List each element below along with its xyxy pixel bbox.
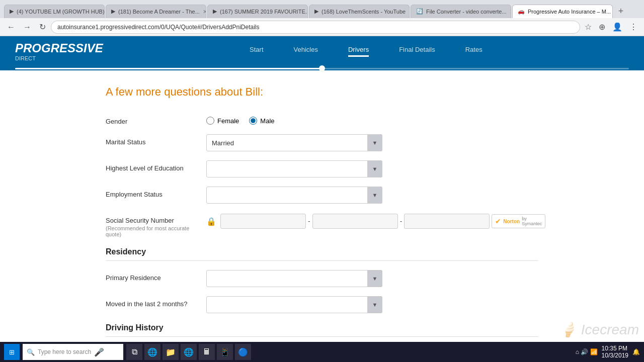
primary-residence-label: Primary Residence	[106, 270, 206, 282]
page-title: A few more questions about Bill:	[106, 85, 538, 99]
ssn-sublabel: (Recommended for most accurate quote)	[106, 225, 206, 237]
tab-favicon-2: ▶	[111, 8, 115, 15]
address-bar[interactable]	[51, 21, 580, 34]
tab-favicon-5: 🔄	[416, 8, 423, 15]
education-row: Highest Level of Education ▼	[106, 160, 538, 177]
tab-title-6: Progressive Auto Insurance – M...	[528, 9, 611, 15]
marital-status-control: Married Single Divorced Widowed Separate…	[206, 134, 382, 151]
norton-text: Norton	[503, 219, 520, 224]
marital-status-select[interactable]: Married Single Divorced Widowed Separate…	[206, 134, 382, 151]
gender-male-label[interactable]: Male	[249, 117, 274, 125]
nav-rates[interactable]: Rates	[465, 46, 482, 57]
employment-label: Employment Status	[106, 187, 206, 198]
driving-history-section-header: Driving History	[106, 323, 538, 337]
tab-close-5[interactable]: ✕	[510, 9, 511, 15]
site-logo: PROGRESSIVE DIRECT	[15, 41, 103, 61]
ssn-group: 🔒 - - ✔ Norton by Symantec	[206, 213, 382, 229]
education-select[interactable]	[206, 160, 382, 177]
ssn-part3[interactable]	[404, 214, 490, 229]
gender-female-radio[interactable]	[206, 117, 214, 125]
norton-badge: ✔ Norton by Symantec	[492, 214, 545, 228]
ssn-row: Social Security Number (Recommended for …	[106, 213, 538, 237]
tab-become-dreamer[interactable]: ▶ (181) Become A Dreamer - The... ✕	[106, 5, 206, 18]
employment-select-wrap: ▼	[206, 187, 382, 204]
marital-status-row: Marital Status Married Single Divorced W…	[106, 134, 538, 151]
back-button[interactable]: ←	[4, 21, 18, 34]
tab-summer[interactable]: ▶ (167) SUMMER 2019 FAVOURITE... ✕	[207, 5, 308, 18]
norton-check-icon: ✔	[495, 217, 501, 225]
tab-progressive[interactable]: 🚗 Progressive Auto Insurance – M... ✕	[512, 5, 613, 18]
gender-male-text: Male	[260, 117, 274, 125]
ssn-dash-2: -	[400, 217, 403, 225]
main-nav: Start Vehicles Drivers Final Details Rat…	[103, 46, 629, 57]
forward-button[interactable]: →	[20, 21, 34, 34]
norton-subtext: by Symantec	[522, 216, 542, 226]
tab-youtube-lm[interactable]: ▶ (4) YOUTUBE LM (GROWTH HUB) ✕	[4, 5, 105, 18]
site-header: PROGRESSIVE DIRECT Start Vehicles Driver…	[0, 36, 644, 66]
moved-recently-control: ▼	[206, 296, 382, 313]
extensions-button[interactable]: ⊕	[596, 21, 608, 33]
residency-section-header: Residency	[106, 247, 538, 261]
ssn-control: 🔒 - - ✔ Norton by Symantec	[206, 213, 382, 229]
gender-female-text: Female	[217, 117, 239, 125]
nav-vehicles[interactable]: Vehicles	[294, 46, 318, 57]
form-area: A few more questions about Bill: Gender …	[96, 70, 548, 342]
gender-female-label[interactable]: Female	[206, 117, 239, 125]
gender-label: Gender	[106, 114, 206, 125]
refresh-button[interactable]: ↻	[36, 20, 49, 34]
tab-file-converter[interactable]: 🔄 File Converter - video converte... ✕	[411, 5, 511, 18]
moved-recently-row: Moved in the last 2 months? ▼	[106, 296, 538, 313]
nav-bar: ← → ↻ ☆ ⊕ 👤 ⋮	[0, 18, 644, 36]
menu-button[interactable]: ⋮	[627, 21, 640, 33]
nav-final-details[interactable]: Final Details	[399, 46, 435, 57]
employment-select[interactable]	[206, 187, 382, 204]
new-tab-button[interactable]: +	[614, 4, 628, 18]
tab-close-4[interactable]: ✕	[409, 9, 410, 15]
primary-residence-control: ▼	[206, 270, 382, 287]
nav-start[interactable]: Start	[250, 46, 263, 57]
tabs-bar: ▶ (4) YOUTUBE LM (GROWTH HUB) ✕ ▶ (181) …	[0, 0, 644, 18]
nav-drivers[interactable]: Drivers	[348, 46, 369, 57]
ssn-lock-icon: 🔒	[206, 217, 216, 226]
primary-residence-row: Primary Residence ▼	[106, 270, 538, 287]
tab-favicon-1: ▶	[10, 8, 14, 15]
gender-male-radio[interactable]	[249, 117, 257, 125]
tab-close-2[interactable]: ✕	[203, 9, 206, 15]
tab-favicon-6: 🚗	[518, 8, 525, 15]
bookmark-button[interactable]: ☆	[582, 21, 594, 33]
primary-residence-select[interactable]	[206, 270, 382, 287]
tab-title-4: (168) LoveThemScents - YouTube	[321, 9, 406, 15]
tab-title-3: (167) SUMMER 2019 FAVOURITE...	[220, 9, 308, 15]
gender-control: Female Male	[206, 114, 382, 125]
marital-status-select-wrap: Married Single Divorced Widowed Separate…	[206, 134, 382, 151]
ssn-label: Social Security Number	[106, 217, 206, 224]
ssn-dash-1: -	[308, 217, 310, 225]
marital-status-label: Marital Status	[106, 134, 206, 146]
tab-title-1: (4) YOUTUBE LM (GROWTH HUB)	[17, 9, 105, 15]
tab-lovethemscents[interactable]: ▶ (168) LoveThemScents - YouTube ✕	[309, 5, 410, 18]
gender-row: Gender Female Male	[106, 114, 538, 125]
education-label: Highest Level of Education	[106, 160, 206, 172]
tab-title-5: File Converter - video converte...	[426, 9, 507, 15]
moved-recently-label: Moved in the last 2 months?	[106, 296, 206, 308]
ssn-part1[interactable]	[220, 214, 306, 229]
tab-favicon-3: ▶	[213, 8, 217, 15]
primary-residence-select-wrap: ▼	[206, 270, 382, 287]
moved-recently-select[interactable]	[206, 296, 382, 313]
employment-control: ▼	[206, 187, 382, 204]
ssn-part2[interactable]	[312, 214, 398, 229]
education-control: ▼	[206, 160, 382, 177]
tab-favicon-4: ▶	[314, 8, 318, 15]
moved-recently-select-wrap: ▼	[206, 296, 382, 313]
employment-row: Employment Status ▼	[106, 187, 538, 204]
ssn-label-wrap: Social Security Number (Recommended for …	[106, 213, 206, 237]
page-content: PROGRESSIVE DIRECT Start Vehicles Driver…	[0, 36, 644, 342]
profile-button[interactable]: 👤	[610, 21, 625, 33]
education-select-wrap: ▼	[206, 160, 382, 177]
tab-title-2: (181) Become A Dreamer - The...	[118, 9, 200, 15]
